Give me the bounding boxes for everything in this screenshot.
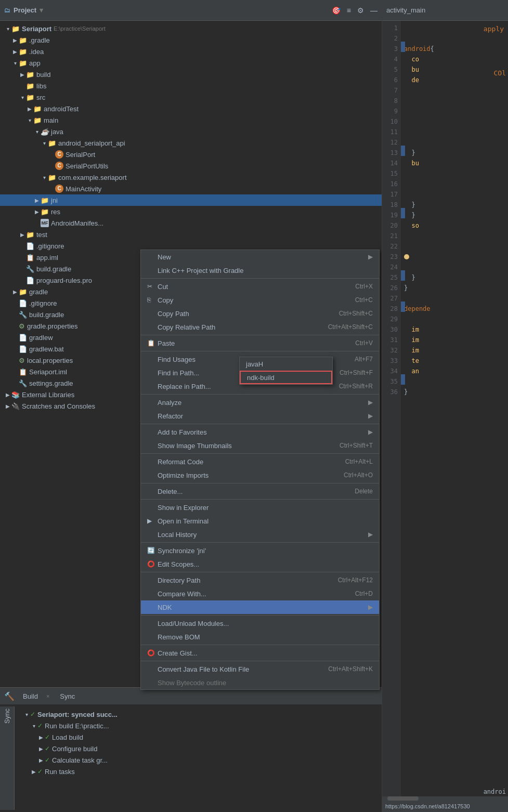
menu-label-copy-path: Copy Path [158,310,339,318]
tree-item-com-example[interactable]: ▾ 📁 com.example.seriaport [0,172,382,183]
fn-bu: bu [411,66,419,73]
menu-item-ndk[interactable]: NDK ▶ [141,600,379,614]
build-tab[interactable]: Build [19,691,42,701]
menu-separator-5 [141,424,379,424]
submenu-item-javah[interactable]: javaH [240,357,332,371]
code-line-9 [404,106,505,116]
tree-root-seriaport[interactable]: ▾ 📁 Seriaport E:\practice\Seriaport [0,23,382,34]
menu-item-local-history[interactable]: Local History ▶ [141,528,379,541]
fn-im-31: im [411,336,419,344]
menu-label-reformat: Reformat Code [158,458,345,466]
menu-item-copy-path[interactable]: Copy Path Ctrl+Shift+C [141,307,379,320]
settings-icon[interactable]: ⚙ [357,6,364,15]
menu-label-copy: Copy [158,296,355,304]
menu-item-convert-java[interactable]: Convert Java File to Kotlin File Ctrl+Al… [141,662,379,676]
menu-separator-10 [141,572,379,572]
code-line-28: depende [404,304,505,314]
menu-item-edit-scopes[interactable]: ⭕ Edit Scopes... [141,557,379,571]
menu-label-refactor: Refactor [158,412,364,420]
gutter-mark-19 [401,208,405,218]
tree-item-serialportutils[interactable]: ▶ C SerialPortUtils [0,160,382,172]
menu-item-load-unload[interactable]: Load/Unload Modules... [141,617,379,630]
tree-item-mainactivity[interactable]: ▶ C MainActivity [0,183,382,194]
menu-item-show-image[interactable]: Show Image Thumbnails Ctrl+Shift+T [141,439,379,452]
tree-item-libs[interactable]: ▶ 📁 libs [0,80,382,91]
menu-item-copy-relative[interactable]: Copy Relative Path Ctrl+Alt+Shift+C [141,320,379,334]
code-line-17 [404,189,505,200]
tree-item-serialport[interactable]: ▶ C SerialPort [0,149,382,160]
menu-item-show-explorer[interactable]: Show in Explorer [141,501,379,514]
collapse-icon[interactable]: ≡ [347,6,351,15]
tree-item-androidmanifest[interactable]: ▶ MF AndroidManifes... [0,217,382,229]
build-label-calculate-task: Calculate task gr... [52,756,108,764]
menu-item-reformat[interactable]: Reformat Code Ctrl+Alt+L [141,455,379,468]
menu-label-copy-relative: Copy Relative Path [158,323,328,331]
scrollbar-horizontal[interactable] [382,796,508,801]
build-header: 🔨 Build × Sync [0,688,382,704]
sync-tab[interactable]: Sync [60,692,75,700]
menu-item-create-gist[interactable]: ⭕ Create Gist... [141,646,379,660]
menu-label-create-gist: Create Gist... [158,649,373,657]
status-bar: https://blog.csdn.net/a812417530 [382,801,508,812]
menu-item-delete[interactable]: Delete... Delete [141,484,379,498]
menu-item-cut[interactable]: ✂ Cut Ctrl+X [141,280,379,293]
close-brace-19: } [411,212,415,219]
code-header: activity_main [382,0,508,21]
menu-item-paste[interactable]: 📋 Paste Ctrl+V [141,336,379,350]
menu-item-refactor[interactable]: Refactor ▶ [141,409,379,423]
menu-item-link-cpp[interactable]: Link C++ Project with Gradle [141,264,379,277]
tree-item-main[interactable]: ▾ 📁 main [0,114,382,126]
scrollbar-thumb[interactable] [387,796,419,801]
tree-item-jni[interactable]: ▶ 📁 jni [0,194,382,206]
menu-item-new[interactable]: New ▶ [141,250,379,264]
build-item-seriaport: ▾ ✓ Seriaport: synced succ... [15,709,382,720]
menu-item-copy[interactable]: ⎘ Copy Ctrl+C [141,293,379,307]
optimize-shortcut: Ctrl+Alt+O [344,472,373,479]
menu-separator-3 [141,351,379,351]
line-numbers: 12345 678910 1112131415 1617181920 21222… [382,21,401,812]
menu-label-show-image: Show Image Thumbnails [158,442,340,450]
menu-item-optimize[interactable]: Optimize Imports Ctrl+Alt+O [141,468,379,482]
menu-item-remove-bom[interactable]: Remove BOM [141,630,379,644]
menu-item-show-bytecode[interactable]: Show Bytecode outline [141,676,379,689]
javah-label: javaH [246,360,263,368]
menu-separator-7 [141,483,379,483]
menu-item-open-terminal[interactable]: ▶ Open in Terminal [141,514,379,528]
submenu-item-ndk-build[interactable]: ndk-build [240,371,332,384]
dropdown-icon[interactable]: ▾ [40,6,43,14]
menu-item-compare-with[interactable]: Compare With... Ctrl+D [141,587,379,600]
cut-shortcut: Ctrl+X [355,283,373,290]
menu-label-edit-scopes: Edit Scopes... [158,560,373,568]
tree-item-src[interactable]: ▾ 📁 src [0,91,382,103]
fn-co: co [411,56,419,63]
tree-item-app[interactable]: ▾ 📁 app [0,57,382,69]
tree-item-java[interactable]: ▾ ☕ java [0,126,382,137]
tree-item-idea[interactable]: ▶ 📁 .idea [0,46,382,57]
build-tab-close[interactable]: × [46,693,49,699]
locate-icon[interactable]: 🎯 [332,6,341,15]
tree-item-test[interactable]: ▶ 📁 test [0,229,382,240]
paste-icon: 📋 [147,339,158,347]
sync-vertical-label[interactable]: Sync [3,709,11,724]
menu-item-add-favorites[interactable]: Add to Favorites ▶ [141,425,379,439]
tree-item-android-serialport-api[interactable]: ▾ 📁 android_serialport_api [0,137,382,149]
left-panel: 🗂 Project ▾ 🎯 ≡ ⚙ — ▾ 📁 Seriaport E:\pra… [0,0,382,812]
close-panel-icon[interactable]: — [370,6,377,15]
tree-item-res[interactable]: ▶ 📁 res [0,206,382,217]
build-item-calculate-task: ▶ ✓ Calculate task gr... [15,754,382,766]
code-filename: activity_main [386,6,425,14]
code-panel: activity_main apply 12345 678910 1112131… [382,0,508,812]
tree-item-androidtest[interactable]: ▶ 📁 androidTest [0,103,382,114]
build-label-run-build: Run build E:\practic... [45,722,109,730]
menu-separator-11 [141,615,379,615]
menu-item-synchronize[interactable]: 🔄 Synchronize 'jni' [141,544,379,557]
tree-item-gradle[interactable]: ▶ 📁 .gradle [0,34,382,46]
fn-bu-14: bu [411,160,419,167]
fn-te: te [411,357,419,364]
menu-label-link-cpp: Link C++ Project with Gradle [158,267,373,274]
code-content: android{ co bu de } bu [401,21,508,812]
menu-item-directory-path[interactable]: Directory Path Ctrl+Alt+F12 [141,573,379,587]
menu-item-analyze[interactable]: Analyze ▶ [141,396,379,409]
tree-item-build[interactable]: ▶ 📁 build [0,69,382,80]
build-item-configure-build: ▶ ✓ Configure build [15,743,382,754]
